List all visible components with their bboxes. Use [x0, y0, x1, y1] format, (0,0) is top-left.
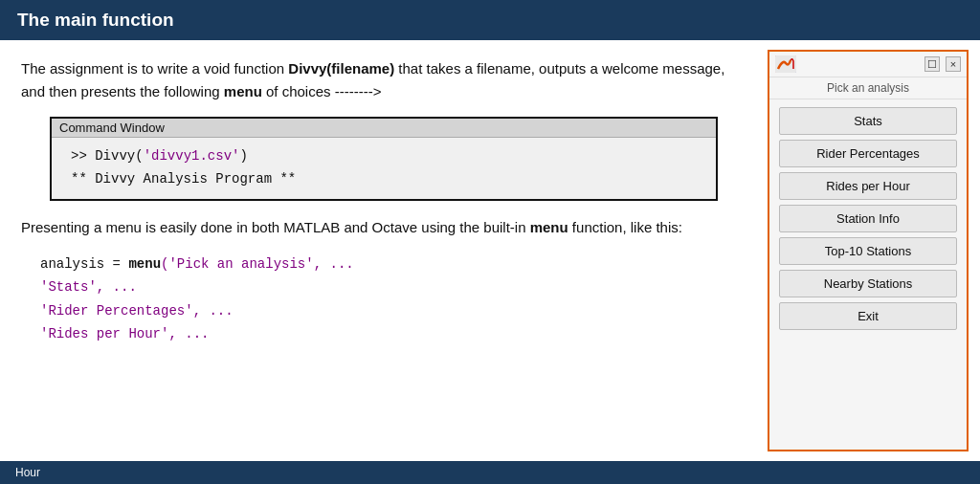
btn-stats[interactable]: Stats [779, 107, 957, 135]
intro-bold-menu: menu [224, 83, 262, 99]
bottom-bar-text: Hour [15, 466, 40, 479]
matlab-logo-icon [775, 55, 796, 73]
btn-nearby-stations[interactable]: Nearby Stations [779, 270, 957, 297]
intro-paragraph: The assignment is to write a void functi… [21, 57, 746, 103]
body-paragraph: Presenting a menu is easily done in both… [21, 216, 746, 239]
code-block: analysis = menu('Pick an analysis', ... … [21, 253, 746, 346]
btn-exit[interactable]: Exit [779, 302, 957, 330]
btn-station-info[interactable]: Station Info [779, 205, 957, 232]
code-line-3: 'Rider Percentages', ... [40, 299, 746, 323]
main-content: The assignment is to write a void functi… [0, 40, 980, 461]
command-window-body: >> Divvy('divvy1.csv') ** Divvy Analysis… [52, 138, 716, 199]
matlab-titlebar-left [775, 55, 796, 73]
code-stats: 'Stats', ... [40, 279, 137, 295]
matlab-titlebar: ☐ × [769, 52, 967, 77]
cmd-line2: ** Divvy Analysis Program ** [71, 171, 296, 187]
minimize-icon: ☐ [927, 58, 937, 71]
cmd-string-1: 'divvy1.csv' [144, 148, 240, 164]
intro-bold-func: Divvy(filename) [288, 60, 394, 77]
btn-rider-percentages[interactable]: Rider Percentages [779, 140, 957, 167]
command-window-title: Command Window [52, 119, 716, 138]
body-text-2: function, like this: [568, 219, 682, 235]
code-keyword-menu: menu [128, 256, 161, 272]
intro-text-3: of choices --------> [262, 83, 382, 99]
command-window: Command Window >> Divvy('divvy1.csv') **… [50, 117, 718, 201]
code-rider-pct: 'Rider Percentages', ... [40, 303, 234, 319]
code-rides-hour: 'Rides per Hour', ... [40, 326, 209, 341]
code-var: analysis [40, 256, 104, 272]
body-bold-menu: menu [530, 219, 568, 235]
code-line-4: 'Rides per Hour', ... [40, 322, 746, 346]
close-icon: × [950, 58, 956, 70]
code-line-2: 'Stats', ... [40, 275, 746, 299]
bottom-bar: Hour [0, 461, 980, 484]
cmd-divvy: Divvy( [95, 148, 143, 164]
matlab-menu-label: Pick an analysis [769, 77, 967, 99]
matlab-window-controls: ☐ × [924, 56, 961, 72]
matlab-buttons-container: Stats Rider Percentages Rides per Hour S… [769, 99, 967, 450]
btn-top10-stations[interactable]: Top-10 Stations [779, 237, 957, 265]
intro-text-1: The assignment is to write a void functi… [21, 60, 288, 77]
minimize-button[interactable]: ☐ [924, 56, 940, 72]
command-line-1: >> Divvy('divvy1.csv') [71, 145, 697, 168]
text-area: The assignment is to write a void functi… [0, 40, 768, 461]
matlab-window: ☐ × Pick an analysis Stats Rider Percent… [768, 50, 969, 451]
command-line-2: ** Divvy Analysis Program ** [71, 168, 697, 191]
cmd-prompt-1: >> [71, 148, 95, 164]
header-title: The main function [17, 10, 174, 30]
cmd-end-1: ) [239, 148, 247, 164]
code-line-1: analysis = menu('Pick an analysis', ... [40, 253, 746, 276]
code-eq: = [104, 256, 128, 272]
btn-rides-per-hour[interactable]: Rides per Hour [779, 172, 957, 200]
body-text-1: Presenting a menu is easily done in both… [21, 219, 530, 235]
page-header: The main function [0, 0, 980, 40]
close-button[interactable]: × [946, 56, 961, 72]
code-args: ('Pick an analysis', ... [161, 256, 354, 272]
